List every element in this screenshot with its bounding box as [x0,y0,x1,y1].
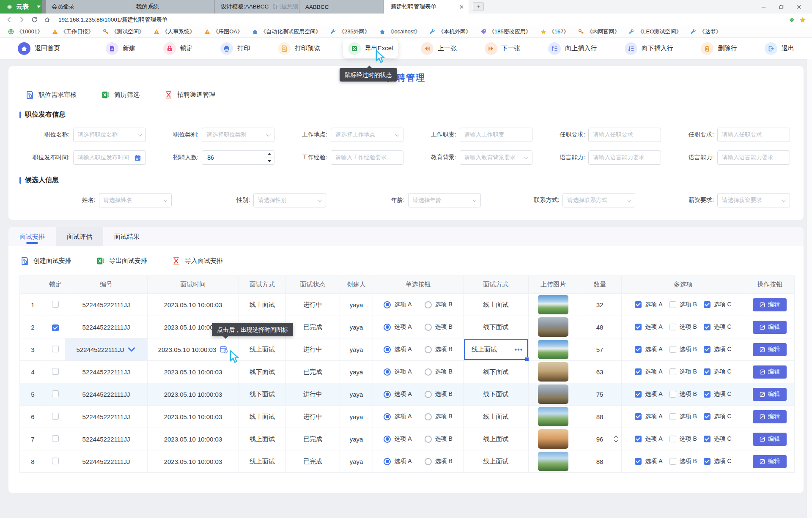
uploaded-image[interactable] [538,429,568,449]
edit-button[interactable]: 编辑 [753,343,787,356]
print-button[interactable]: 打印 [215,39,255,58]
home-nav-icon[interactable] [44,16,50,23]
url-text[interactable]: 192.168.1.235:88/10001/新建招聘管理表单 [58,16,167,24]
option-checkbox[interactable] [704,346,710,353]
option-checkbox[interactable] [635,324,642,330]
radio-button[interactable] [425,368,432,376]
more-dots-icon[interactable] [514,348,523,351]
option-checkbox[interactable] [669,368,676,375]
radio-button[interactable] [384,391,391,398]
bookmark-item-10[interactable]: 《167》 [536,28,574,35]
option-checkbox[interactable] [669,413,676,420]
bookmark-item-2[interactable]: 《测试空间》 [98,28,149,35]
work-experience-input[interactable]: 请输入工作经验要求 [331,150,403,165]
browser-tab-member-login[interactable]: 会员登录 [46,0,130,14]
radio-button[interactable] [425,324,432,331]
education-select[interactable]: 请输入教育背景要求 [460,150,532,165]
option-checkbox[interactable] [704,301,710,308]
browser-tab-aabbcc[interactable]: AABBCC [299,0,384,14]
close-icon[interactable] [460,5,464,9]
work-location-select[interactable]: 请选择工作地点 [331,128,403,142]
uploaded-image[interactable] [538,452,568,471]
minimize-button[interactable] [754,0,772,14]
language-2-input[interactable]: 请输入语言能力要求 [717,150,790,165]
radio-button[interactable] [425,301,432,308]
qty-spinner[interactable] [614,435,618,443]
bookmark-item-6[interactable]: 《235外网》 [326,28,375,35]
option-checkbox[interactable] [635,346,642,353]
job-duty-input[interactable]: 请输入工作职责 [460,128,532,142]
option-checkbox[interactable] [704,324,710,330]
edit-button[interactable]: 编辑 [753,433,787,446]
publish-time-input[interactable]: 请输入职位发布时间 [73,150,146,165]
bookmark-item-4[interactable]: 《乐图OA》 [200,28,247,35]
fill-handle[interactable] [525,357,529,361]
uploaded-image[interactable] [538,384,568,404]
spin-up-icon[interactable] [614,435,618,438]
scrollbar[interactable] [807,59,812,518]
radio-button[interactable] [425,391,432,398]
contact-select[interactable]: 请选择联系方式 [562,193,635,207]
edit-button[interactable]: 编辑 [753,410,787,423]
bookmark-item-13[interactable]: 《达梦》 [686,28,726,35]
option-checkbox[interactable] [704,458,710,465]
tab-interview-result[interactable]: 面试结果 [103,227,151,246]
lock-checkbox[interactable] [52,390,59,397]
uploaded-image[interactable] [538,407,568,426]
delete-row-button[interactable]: 删除行 [696,39,742,58]
radio-button[interactable] [384,368,391,376]
browser-tab-active[interactable]: 新建招聘管理表单 [384,0,469,14]
back-icon[interactable] [6,16,12,23]
tab-interview-schedule[interactable]: 面试安排 [8,227,56,246]
bookmark-item-7[interactable]: 《localhost》 [375,28,425,35]
calendar-icon[interactable] [134,154,141,161]
back-home-button[interactable]: 返回首页 [13,39,65,58]
active-cell-editor[interactable]: 线上面试 [464,339,528,360]
option-checkbox[interactable] [635,368,642,375]
next-record-button[interactable]: 下一张 [480,39,526,58]
bookmark-item-5[interactable]: 《自动化测试应用空间》 [247,28,326,35]
option-checkbox[interactable] [669,301,676,308]
job-requirement-review-button[interactable]: 职位需求审核 [25,90,77,99]
option-checkbox[interactable] [669,324,676,330]
resume-screening-button[interactable]: 简历筛选 [101,90,140,99]
create-interview-button[interactable]: 创建面试安排 [20,256,71,265]
prev-record-button[interactable]: 上一张 [416,39,462,58]
window-close-button[interactable] [790,0,808,14]
option-checkbox[interactable] [669,458,676,465]
salary-select[interactable]: 请选择薪资要求 [717,193,790,207]
spin-down-icon[interactable] [614,440,618,443]
lock-checkbox[interactable] [52,346,59,352]
job-category-select[interactable]: 请选择职位类别 [202,128,274,142]
app-logo[interactable]: 云表 [0,0,35,14]
candidate-name-select[interactable]: 请选择姓名 [99,193,172,207]
edit-button[interactable]: 编辑 [753,388,787,401]
uploaded-image[interactable] [538,362,568,382]
radio-button[interactable] [425,458,432,465]
favorite-star-icon[interactable] [799,16,806,23]
logo-menu-button[interactable] [35,0,42,14]
yunbiao-extension-icon[interactable] [788,16,795,23]
lock-checkbox[interactable] [52,435,59,442]
edit-button[interactable]: 编辑 [753,298,787,311]
chevron-down-icon[interactable] [127,345,136,354]
language-1-input[interactable]: 请输入语言能力要求 [588,150,661,165]
lock-checkbox[interactable] [52,301,59,308]
refresh-icon[interactable] [31,16,38,23]
lock-checkbox[interactable] [52,458,59,464]
lock-checkbox[interactable] [52,413,59,420]
number-spinner[interactable] [264,151,274,164]
job-requirement-1-input[interactable]: 请输入任职要求 [588,128,661,142]
headcount-input[interactable]: 86 [202,150,274,165]
lock-button[interactable]: 锁定 [158,39,198,58]
forward-icon[interactable] [19,16,25,23]
bookmark-item-12[interactable]: 《LEO测试空间》 [624,28,686,35]
edit-button[interactable]: 编辑 [753,455,787,468]
job-title-select[interactable]: 请选择职位名称 [73,128,146,142]
insert-row-below-button[interactable]: 向下插入行 [620,39,678,58]
radio-button[interactable] [384,324,391,331]
edit-button[interactable]: 编辑 [753,321,787,334]
option-checkbox[interactable] [635,301,642,308]
radio-button[interactable] [384,458,391,465]
radio-button[interactable] [384,413,391,420]
